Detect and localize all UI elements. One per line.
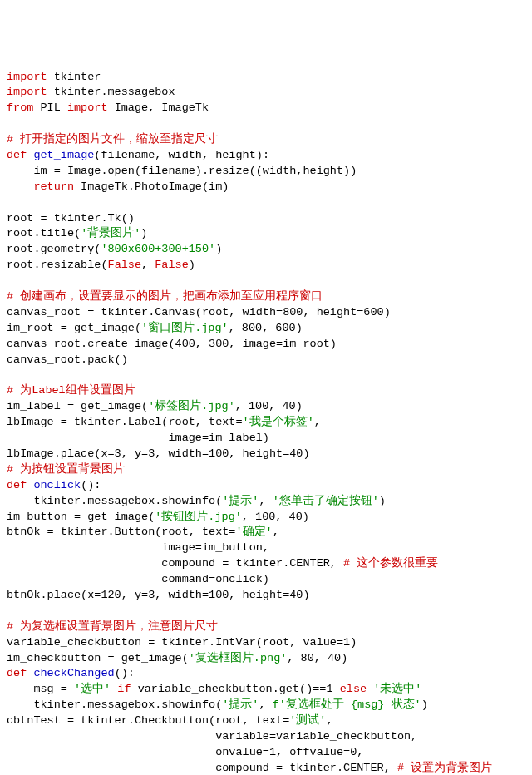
code-line: btnOk = tkinter.Button(root, text='确定',: [7, 525, 525, 541]
code-line: variable=variable_checkbutton,: [7, 729, 525, 745]
code-line: variable_checkbutton = tkinter.IntVar(ro…: [7, 635, 525, 651]
code-line: # 为Label组件设置图片: [7, 383, 525, 399]
code-line: [7, 116, 525, 132]
code-line: im_label = get_image('标签图片.jpg', 100, 40…: [7, 399, 525, 415]
code-line: lbImage = tkinter.Label(root, text='我是个标…: [7, 415, 525, 431]
code-line: canvas_root.pack(): [7, 353, 525, 368]
code-line: lbImage.place(x=3, y=3, width=100, heigh…: [7, 447, 525, 462]
code-line: compound = tkinter.CENTER, # 这个参数很重要: [7, 556, 525, 572]
code-line: root.resizable(False, False): [7, 258, 525, 274]
code-line: btnOk.place(x=120, y=3, width=100, heigh…: [7, 588, 525, 604]
code-line: onvalue=1, offvalue=0,: [7, 745, 525, 761]
code-line: im_button = get_image('按钮图片.jpg', 100, 4…: [7, 510, 525, 526]
code-line: from PIL import Image, ImageTk: [7, 101, 525, 116]
code-line: # 创建画布，设置要显示的图片，把画布添加至应用程序窗口: [7, 289, 525, 305]
code-line: # 为按钮设置背景图片: [7, 462, 525, 478]
code-line: canvas_root.create_image(400, 300, image…: [7, 337, 525, 353]
code-line: return ImageTk.PhotoImage(im): [7, 180, 525, 195]
code-line: image=im_button,: [7, 541, 525, 556]
code-line: command=onclick): [7, 572, 525, 588]
code-line: msg = '选中' if variable_checkbutton.get()…: [7, 682, 525, 698]
code-line: [7, 368, 525, 383]
code-line: root = tkinter.Tk(): [7, 211, 525, 227]
code-line: tkinter.messagebox.showinfo('提示', '您单击了确…: [7, 494, 525, 510]
code-line: [7, 604, 525, 620]
code-line: tkinter.messagebox.showinfo('提示', f'复选框处…: [7, 698, 525, 713]
code-line: image=im_label): [7, 431, 525, 447]
code-line: # 打开指定的图片文件，缩放至指定尺寸: [7, 132, 525, 148]
code-line: [7, 274, 525, 289]
code-line: root.title('背景图片'): [7, 226, 525, 242]
code-line: im_checkbutton = get_image('复选框图片.png', …: [7, 651, 525, 667]
code-line: im = Image.open(filename).resize((width,…: [7, 164, 525, 180]
code-line: def get_image(filename, width, height):: [7, 148, 525, 164]
code-line: compound = tkinter.CENTER, # 设置为背景图片: [7, 761, 525, 775]
code-line: import tkinter: [7, 70, 525, 86]
code-block: import tkinterimport tkinter.messageboxf…: [7, 70, 525, 775]
code-line: [7, 195, 525, 211]
code-line: import tkinter.messagebox: [7, 85, 525, 101]
code-line: cbtnTest = tkinter.Checkbutton(root, tex…: [7, 713, 525, 729]
code-line: def checkChanged():: [7, 666, 525, 682]
code-line: root.geometry('800x600+300+150'): [7, 242, 525, 258]
code-line: # 为复选框设置背景图片，注意图片尺寸: [7, 620, 525, 635]
code-line: def onclick():: [7, 478, 525, 494]
code-line: canvas_root = tkinter.Canvas(root, width…: [7, 305, 525, 321]
code-line: im_root = get_image('窗口图片.jpg', 800, 600…: [7, 321, 525, 337]
